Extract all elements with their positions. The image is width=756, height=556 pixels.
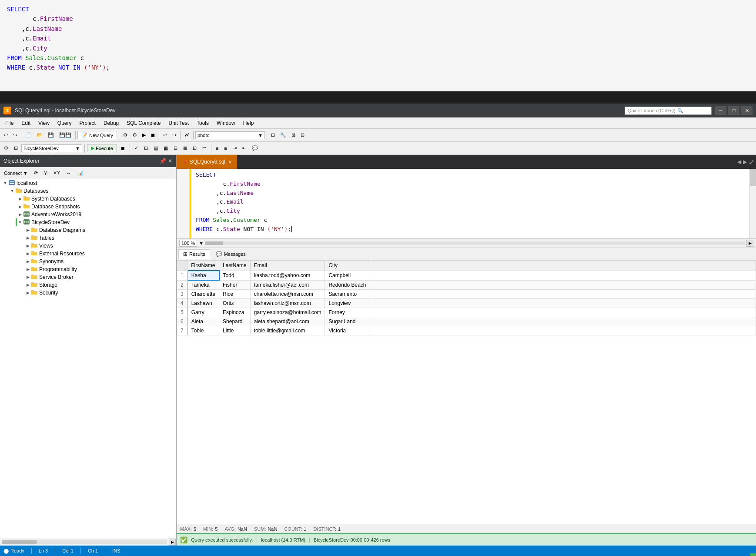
menu-project[interactable]: Project bbox=[76, 119, 99, 127]
toolbar-btn-5[interactable]: 🗲 bbox=[182, 131, 191, 140]
execute-button[interactable]: ▶ Execute bbox=[87, 144, 117, 152]
toolbar-btn-6[interactable]: ⊞ bbox=[269, 131, 277, 140]
grid-btn-1[interactable]: ⊞ bbox=[142, 144, 150, 153]
menu-query[interactable]: Query bbox=[54, 119, 75, 127]
query-tab-6[interactable]: 📌 SQLQuery6.sql ✕ bbox=[177, 155, 237, 169]
cell-lastname-6[interactable]: Shepard bbox=[219, 317, 251, 326]
new-file-button[interactable]: 📄 bbox=[23, 131, 33, 140]
back-button[interactable]: ↩ bbox=[2, 131, 10, 140]
toolbar-btn-3[interactable]: ▶ bbox=[140, 131, 148, 140]
menu-file[interactable]: File bbox=[2, 119, 17, 127]
oe-monitor-btn[interactable]: 📊 bbox=[75, 168, 86, 178]
grid-btn-7[interactable]: ⊢ bbox=[200, 144, 209, 153]
cell-lastname-3[interactable]: Rice bbox=[219, 290, 251, 299]
indent-btn-1[interactable]: ⇥ bbox=[231, 144, 239, 153]
cell-city-2[interactable]: Redondo Beach bbox=[325, 280, 370, 290]
toolbar-btn-1[interactable]: ⚙ bbox=[121, 131, 130, 140]
col-header-lastname[interactable]: LastName bbox=[219, 261, 251, 271]
col-header-city[interactable]: City bbox=[325, 261, 370, 271]
query-tab-close-icon[interactable]: ✕ bbox=[228, 159, 232, 165]
cell-email-6[interactable]: aleta.shepard@aol.com bbox=[250, 317, 325, 326]
tab-scroll-right-btn[interactable]: ▶ bbox=[743, 159, 747, 165]
oe-filter-clear-btn[interactable]: ✕Y bbox=[51, 168, 62, 178]
quick-launch[interactable]: Quick Launch (Ctrl+Q) 🔍 bbox=[625, 107, 712, 115]
new-query-button[interactable]: 📝 New Query bbox=[77, 131, 117, 139]
zoom-select[interactable]: 100 % bbox=[179, 240, 197, 247]
save-button[interactable]: 💾 bbox=[46, 131, 56, 140]
tree-item-system-databases[interactable]: ▶ System Databases bbox=[0, 195, 176, 203]
menu-edit[interactable]: Edit bbox=[18, 119, 34, 127]
cell-email-7[interactable]: tobie.little@gmail.com bbox=[250, 326, 325, 335]
cell-city-1[interactable]: Campbell bbox=[325, 271, 370, 280]
cell-lastname-1[interactable]: Todd bbox=[219, 271, 251, 280]
col-header-email[interactable]: Email bbox=[250, 261, 325, 271]
cell-firstname-3[interactable]: Charolette bbox=[187, 290, 219, 299]
editor-code-content[interactable]: SELECT c.FirstName ,c.LastName ,c.Email bbox=[191, 169, 749, 238]
tree-item-db-diagrams[interactable]: ▶ Database Diagrams bbox=[0, 226, 176, 234]
data-grid[interactable]: FirstName LastName Email City 1 Kasha bbox=[177, 260, 756, 524]
minimize-button[interactable]: ─ bbox=[715, 106, 726, 115]
oe-refresh-btn[interactable]: ⟳ bbox=[32, 168, 40, 178]
tree-item-storage[interactable]: ▶ Storage bbox=[0, 281, 176, 289]
menu-debug[interactable]: Debug bbox=[100, 119, 122, 127]
cell-firstname-1[interactable]: Kasha bbox=[187, 271, 219, 280]
editor-expand-btn[interactable]: ⤢ bbox=[749, 158, 754, 166]
profile-dropdown[interactable]: photo ▼ bbox=[195, 131, 265, 139]
tab-results[interactable]: ⊞ Results bbox=[178, 249, 210, 259]
tree-item-databases[interactable]: ▼ Databases bbox=[0, 187, 176, 195]
menu-unit-test[interactable]: Unit Test bbox=[165, 119, 192, 127]
cell-city-5[interactable]: Forney bbox=[325, 308, 370, 317]
oe-scroll-right-btn[interactable]: ▶ bbox=[169, 539, 176, 546]
cell-firstname-2[interactable]: Tameka bbox=[187, 280, 219, 290]
grid-btn-6[interactable]: ⊡ bbox=[191, 144, 199, 153]
tree-item-views[interactable]: ▶ Views bbox=[0, 242, 176, 250]
menu-window[interactable]: Window bbox=[213, 119, 239, 127]
tab-messages[interactable]: 💬 Messages bbox=[211, 249, 251, 259]
maximize-button[interactable]: □ bbox=[728, 106, 739, 115]
cell-city-6[interactable]: Sugar Land bbox=[325, 317, 370, 326]
oe-horizontal-scroll[interactable]: ▶ bbox=[0, 538, 176, 546]
toolbar-btn-7[interactable]: 🔧 bbox=[278, 131, 288, 140]
forward-button[interactable]: ↪ bbox=[11, 131, 19, 140]
cell-email-3[interactable]: charolette.rice@msn.com bbox=[250, 290, 325, 299]
tree-item-programmability[interactable]: ▶ Programmability bbox=[0, 265, 176, 273]
close-button[interactable]: ✕ bbox=[741, 106, 753, 115]
cell-email-4[interactable]: lashawn.ortiz@msn.com bbox=[250, 299, 325, 308]
stop-button[interactable]: ⏹ bbox=[118, 144, 127, 153]
cell-city-7[interactable]: Victoria bbox=[325, 326, 370, 335]
align-btn-1[interactable]: ≡ bbox=[214, 144, 221, 153]
open-button[interactable]: 📂 bbox=[34, 131, 45, 140]
check-btn[interactable]: ✓ bbox=[132, 144, 140, 153]
align-btn-2[interactable]: ≡ bbox=[222, 144, 229, 153]
save-all-button[interactable]: 💾💾 bbox=[57, 131, 74, 140]
cell-firstname-7[interactable]: Tobie bbox=[187, 326, 219, 335]
editor-vertical-scroll[interactable] bbox=[749, 169, 756, 238]
tree-item-db-snapshots[interactable]: ▶ Database Snapshots bbox=[0, 203, 176, 211]
grid-btn-5[interactable]: ⊠ bbox=[181, 144, 189, 153]
oe-filter-btn[interactable]: Y bbox=[42, 168, 49, 178]
menu-tools[interactable]: Tools bbox=[193, 119, 212, 127]
tab-scroll-left-btn[interactable]: ◀ bbox=[737, 159, 741, 165]
query-tab-pin-icon[interactable]: 📌 bbox=[182, 160, 187, 164]
cell-lastname-2[interactable]: Fisher bbox=[219, 280, 251, 290]
scroll-right-btn[interactable]: ▶ bbox=[746, 240, 753, 247]
grid-btn-2[interactable]: ▤ bbox=[151, 144, 160, 153]
oe-sync-btn[interactable]: ↔ bbox=[64, 168, 74, 178]
col-header-firstname[interactable]: FirstName bbox=[187, 261, 219, 271]
code-editor[interactable]: SELECT c.FirstName ,c.LastName ,c.Email bbox=[177, 169, 756, 238]
cell-firstname-6[interactable]: Aleta bbox=[187, 317, 219, 326]
tree-item-bicyclestoredev[interactable]: ▼ DB BicycleStoreDev bbox=[0, 218, 176, 226]
toolbar2-btn-2[interactable]: ⊞ bbox=[12, 144, 20, 153]
database-dropdown[interactable]: BicycleStoreDev ▼ bbox=[21, 144, 82, 152]
cell-lastname-7[interactable]: Little bbox=[219, 326, 251, 335]
cell-city-4[interactable]: Longview bbox=[325, 299, 370, 308]
comment-btn[interactable]: 💬 bbox=[250, 144, 260, 153]
indent-btn-2[interactable]: ⇤ bbox=[240, 144, 248, 153]
tree-item-external-resources[interactable]: ▶ External Resources bbox=[0, 250, 176, 258]
tree-item-tables[interactable]: ▶ Tables bbox=[0, 234, 176, 242]
grid-btn-4[interactable]: ⊟ bbox=[171, 144, 180, 153]
cell-email-5[interactable]: garry.espinoza@hotmail.com bbox=[250, 308, 325, 317]
toolbar-btn-8[interactable]: ⊠ bbox=[289, 131, 298, 140]
pin-icon[interactable]: 📌 bbox=[160, 158, 166, 164]
toolbar2-btn-1[interactable]: ⚙ bbox=[2, 144, 10, 153]
